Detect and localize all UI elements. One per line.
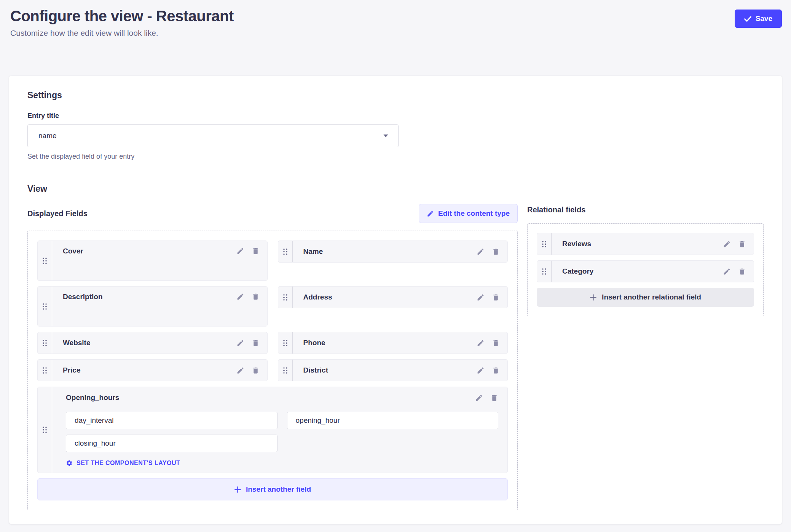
subfield-label: day_interval xyxy=(75,416,113,425)
insert-another-field-label: Insert another field xyxy=(246,485,311,494)
trash-icon xyxy=(492,293,500,301)
entry-title-hint: Set the displayed field of your entry xyxy=(27,153,764,161)
edit-field-button[interactable] xyxy=(477,293,485,301)
page-header: Configure the view - Restaurant Customiz… xyxy=(0,0,791,38)
field-card-phone: Phone xyxy=(278,332,508,354)
page-title: Configure the view - Restaurant xyxy=(10,7,782,25)
component-subfield-opening-hour[interactable]: opening_hour xyxy=(287,412,499,429)
delete-field-button[interactable] xyxy=(490,394,498,402)
edit-field-button[interactable] xyxy=(236,247,244,255)
grip-dots-icon xyxy=(542,241,547,248)
drag-handle[interactable] xyxy=(38,387,52,473)
drag-handle[interactable] xyxy=(278,241,293,262)
insert-another-relational-field-label: Insert another relational field xyxy=(602,293,701,301)
grip-dots-icon xyxy=(42,367,47,374)
grip-dots-icon xyxy=(283,367,288,374)
edit-field-button[interactable] xyxy=(477,366,485,374)
relational-field-label: Category xyxy=(562,267,593,276)
set-component-layout-button[interactable]: SET THE COMPONENT'S LAYOUT xyxy=(66,460,180,467)
grip-dots-icon xyxy=(283,339,288,347)
drag-handle[interactable] xyxy=(278,360,293,381)
edit-field-button[interactable] xyxy=(723,268,731,276)
grip-dots-icon xyxy=(542,268,547,275)
drag-handle[interactable] xyxy=(38,287,52,326)
component-subfield-day-interval[interactable]: day_interval xyxy=(66,412,277,429)
component-label: Opening_hours xyxy=(66,393,119,402)
trash-icon xyxy=(252,247,260,255)
entry-title-select[interactable]: name xyxy=(27,124,399,147)
delete-field-button[interactable] xyxy=(492,366,500,374)
delete-field-button[interactable] xyxy=(252,247,260,255)
insert-another-relational-field-button[interactable]: Insert another relational field xyxy=(537,288,754,307)
delete-field-button[interactable] xyxy=(492,339,500,347)
relational-card-reviews: Reviews xyxy=(537,233,754,255)
drag-handle[interactable] xyxy=(278,287,293,308)
edit-field-button[interactable] xyxy=(477,248,485,256)
pencil-icon xyxy=(236,366,244,374)
edit-content-type-label: Edit the content type xyxy=(438,209,510,218)
displayed-fields-column: Displayed Fields Edit the content type xyxy=(27,204,518,510)
trash-icon xyxy=(252,366,260,374)
delete-field-button[interactable] xyxy=(738,240,746,248)
trash-icon xyxy=(492,339,500,347)
pencil-icon xyxy=(723,240,731,248)
delete-field-button[interactable] xyxy=(492,293,500,301)
section-divider xyxy=(27,173,764,173)
pencil-icon xyxy=(477,293,485,301)
field-label: Description xyxy=(63,293,103,301)
subfield-label: opening_hour xyxy=(296,416,340,425)
field-label: Address xyxy=(303,293,332,301)
field-card-district: District xyxy=(278,359,508,381)
drag-handle[interactable] xyxy=(38,360,52,381)
entry-title-value: name xyxy=(38,132,57,140)
delete-field-button[interactable] xyxy=(252,293,260,301)
view-heading: View xyxy=(27,184,764,194)
gear-icon xyxy=(66,460,73,467)
relational-field-label: Reviews xyxy=(562,240,591,248)
edit-field-button[interactable] xyxy=(475,394,483,402)
grip-dots-icon xyxy=(42,303,47,310)
pencil-icon xyxy=(477,339,485,347)
field-card-price: Price xyxy=(37,359,268,381)
delete-field-button[interactable] xyxy=(252,339,260,347)
drag-handle[interactable] xyxy=(537,233,552,255)
field-card-cover: Cover xyxy=(37,241,268,281)
delete-field-button[interactable] xyxy=(252,366,260,374)
field-label: Website xyxy=(63,339,91,347)
edit-content-type-button[interactable]: Edit the content type xyxy=(419,204,518,223)
entry-title-label: Entry title xyxy=(27,112,764,120)
edit-field-button[interactable] xyxy=(236,339,244,347)
field-label: Phone xyxy=(303,339,325,347)
pencil-icon xyxy=(236,293,244,301)
edit-field-button[interactable] xyxy=(723,240,731,248)
component-subfield-closing-hour[interactable]: closing_hour xyxy=(66,435,277,452)
trash-icon xyxy=(738,240,746,248)
field-card-website: Website xyxy=(37,332,268,354)
trash-icon xyxy=(490,394,498,402)
insert-another-field-button[interactable]: Insert another field xyxy=(37,478,508,500)
drag-handle[interactable] xyxy=(278,332,293,354)
pencil-icon xyxy=(236,339,244,347)
relational-fields-title: Relational fields xyxy=(527,205,764,214)
edit-field-button[interactable] xyxy=(236,366,244,374)
plus-icon xyxy=(590,294,597,301)
edit-field-button[interactable] xyxy=(236,293,244,301)
save-button[interactable]: Save xyxy=(735,10,782,28)
edit-field-button[interactable] xyxy=(477,339,485,347)
subfield-label: closing_hour xyxy=(75,439,116,448)
trash-icon xyxy=(492,248,500,256)
settings-section: Settings Entry title name Set the displa… xyxy=(27,90,764,161)
trash-icon xyxy=(252,339,260,347)
save-button-label: Save xyxy=(756,14,772,23)
drag-handle[interactable] xyxy=(38,241,52,280)
caret-down-icon xyxy=(383,134,388,137)
page-subtitle: Customize how the edit view will look li… xyxy=(10,27,782,38)
displayed-fields-title: Displayed Fields xyxy=(27,209,88,218)
drag-handle[interactable] xyxy=(38,332,52,354)
pencil-icon xyxy=(477,366,485,374)
delete-field-button[interactable] xyxy=(738,268,746,276)
component-card-opening-hours: Opening_hours xyxy=(37,387,508,473)
delete-field-button[interactable] xyxy=(492,248,500,256)
set-component-layout-label: SET THE COMPONENT'S LAYOUT xyxy=(77,460,180,467)
drag-handle[interactable] xyxy=(537,261,552,282)
